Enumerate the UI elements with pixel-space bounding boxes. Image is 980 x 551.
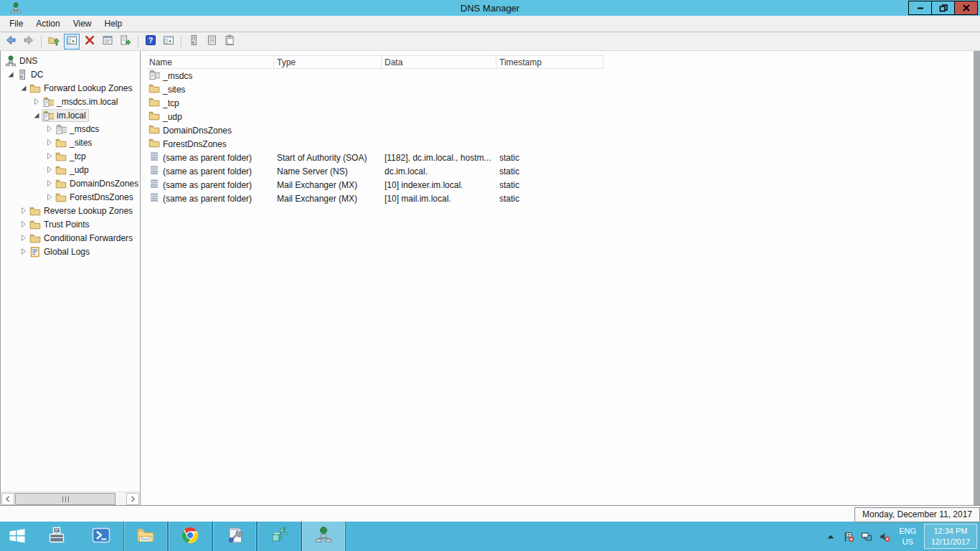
chevron-left-icon: [5, 496, 11, 502]
forward-button[interactable]: [21, 34, 37, 50]
registry-editor-button[interactable]: [257, 522, 301, 551]
export-list-button[interactable]: [118, 34, 133, 50]
admin-tool-button[interactable]: [212, 522, 257, 551]
scroll-right-button[interactable]: [126, 493, 139, 505]
table-row[interactable]: _msdcs: [146, 69, 974, 83]
tree-item-conditional-forwarders[interactable]: Conditional Forwarders: [1, 231, 140, 245]
expand-arrow-icon[interactable]: [17, 205, 29, 217]
expand-arrow-icon[interactable]: [42, 123, 55, 135]
properties-button[interactable]: [100, 34, 116, 50]
table-row[interactable]: _udp: [146, 110, 974, 123]
expand-arrow-icon[interactable]: [17, 232, 29, 244]
scrollbar-thumb[interactable]: [15, 493, 116, 505]
help-button[interactable]: ?: [143, 34, 159, 50]
tree-item-dns[interactable]: DNS: [1, 54, 140, 67]
console-main: DNSDCForward Lookup Zones_msdcs.im.local…: [0, 51, 980, 505]
tree-item-msdcs-im-local[interactable]: _msdcs.im.local: [1, 95, 140, 108]
server-button[interactable]: [186, 34, 202, 50]
expand-arrow-icon[interactable]: [42, 178, 55, 189]
column-header-timestamp[interactable]: Timestamp: [496, 56, 603, 68]
file-explorer-icon: [136, 526, 155, 547]
tree-item-im-local[interactable]: im.local: [1, 108, 140, 122]
delete-button[interactable]: [82, 34, 98, 50]
pane-splitter[interactable]: [141, 51, 146, 505]
minimize-button[interactable]: [908, 1, 932, 15]
restore-button[interactable]: [931, 1, 955, 15]
window-title: DNS Manager: [0, 3, 980, 14]
date-tooltip: Monday, December 11, 2017: [854, 507, 980, 522]
tree-item-global-logs[interactable]: Global Logs: [1, 245, 140, 258]
cell-name: (same as parent folder): [146, 151, 274, 164]
menu-view[interactable]: View: [67, 17, 98, 31]
tree-item-udp[interactable]: _udp: [1, 163, 140, 176]
dns-manager-button[interactable]: [301, 522, 346, 551]
menu-action[interactable]: Action: [29, 17, 66, 31]
results-pane: NameTypeDataTimestamp _msdcs_sites_tcp_u…: [146, 51, 974, 505]
table-row[interactable]: _sites: [146, 83, 974, 96]
clipboard-button[interactable]: [222, 34, 237, 50]
server-manager-button[interactable]: [34, 522, 79, 551]
table-row[interactable]: (same as parent folder)Mail Exchanger (M…: [146, 192, 974, 205]
table-row[interactable]: (same as parent folder)Name Server (NS)d…: [146, 164, 974, 178]
close-button[interactable]: [954, 1, 978, 15]
column-header-data[interactable]: Data: [382, 56, 496, 68]
network-status-icon[interactable]: [860, 530, 873, 543]
toolbar-separator: [138, 35, 138, 48]
row-name-label: (same as parent folder): [163, 180, 252, 190]
tree-item-msdcs[interactable]: _msdcs: [1, 122, 140, 136]
tree-item-trust-points[interactable]: Trust Points: [1, 217, 140, 231]
start-button[interactable]: [0, 522, 34, 551]
tray-expand-icon[interactable]: [824, 530, 837, 543]
action-center-flag-icon[interactable]: [842, 530, 855, 543]
menu-help[interactable]: Help: [98, 17, 129, 31]
tree-item-content: _tcp: [55, 151, 88, 162]
show-console-tree-button[interactable]: [64, 34, 80, 50]
column-header-type[interactable]: Type: [274, 56, 382, 68]
clock[interactable]: 12:34 PM 12/11/2017: [924, 524, 977, 550]
volume-muted-icon[interactable]: [878, 530, 891, 543]
expand-arrow-icon[interactable]: [42, 164, 55, 176]
collapse-arrow-icon[interactable]: [29, 110, 42, 121]
column-header-name[interactable]: Name: [146, 56, 274, 68]
tree-item-label: _msdcs: [67, 123, 101, 135]
tree-item-tcp[interactable]: _tcp: [1, 149, 140, 163]
expand-arrow-icon[interactable]: [17, 219, 29, 230]
notebook-button[interactable]: [204, 34, 220, 50]
table-row[interactable]: ForestDnsZones: [146, 137, 974, 151]
up-one-level-button[interactable]: [46, 34, 62, 50]
row-name-label: _udp: [163, 112, 182, 122]
expand-arrow-icon[interactable]: [42, 137, 55, 149]
expand-arrow-icon[interactable]: [42, 151, 55, 162]
tree-item-content: Forward Lookup Zones: [29, 83, 134, 94]
tree-item-content: ForestDnsZones: [55, 192, 136, 203]
cell-data: [10] indexer.im.local.: [382, 180, 496, 190]
powershell-button[interactable]: [79, 522, 123, 551]
folder-icon: [149, 110, 160, 123]
table-row[interactable]: (same as parent folder)Mail Exchanger (M…: [146, 178, 974, 192]
menu-file[interactable]: File: [3, 17, 29, 31]
expand-arrow-icon[interactable]: [42, 192, 55, 203]
language-indicator[interactable]: ENG US: [896, 526, 919, 547]
console-window-button[interactable]: [161, 34, 176, 50]
tree-item-forward-lookup-zones[interactable]: Forward Lookup Zones: [1, 81, 140, 95]
chrome-button[interactable]: [168, 522, 212, 551]
collapse-arrow-icon[interactable]: [4, 69, 17, 80]
file-explorer-button[interactable]: [123, 522, 168, 551]
tree-horizontal-scrollbar[interactable]: [1, 491, 140, 505]
row-name-label: (same as parent folder): [163, 194, 252, 204]
taskbar: ENG US 12:34 PM 12/11/2017: [0, 522, 980, 551]
table-row[interactable]: DomainDnsZones: [146, 123, 974, 137]
tree-item-sites[interactable]: _sites: [1, 136, 140, 149]
tree-item-reverse-lookup-zones[interactable]: Reverse Lookup Zones: [1, 204, 140, 217]
expand-arrow-icon[interactable]: [29, 96, 42, 108]
tree-item-forestdnszones[interactable]: ForestDnsZones: [1, 190, 140, 204]
back-button[interactable]: [3, 34, 19, 50]
table-row[interactable]: (same as parent folder)Start of Authorit…: [146, 151, 974, 164]
collapse-arrow-icon[interactable]: [17, 83, 29, 94]
expand-arrow-icon[interactable]: [17, 246, 29, 258]
powershell-icon: [92, 526, 110, 547]
table-row[interactable]: _tcp: [146, 96, 974, 110]
scroll-left-button[interactable]: [1, 493, 14, 505]
tree-item-dc[interactable]: DC: [1, 67, 140, 81]
tree-item-domaindnszones[interactable]: DomainDnsZones: [1, 176, 140, 190]
